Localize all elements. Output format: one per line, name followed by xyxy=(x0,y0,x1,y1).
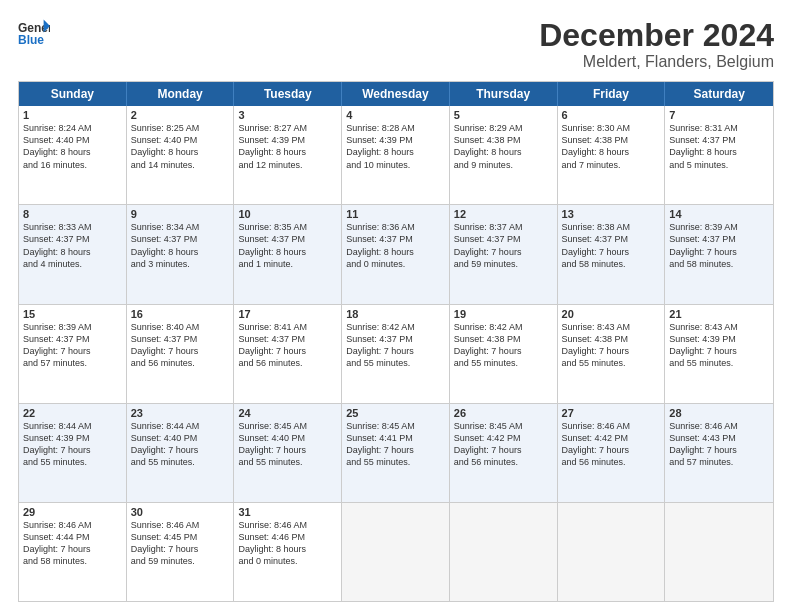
calendar-cell: 1Sunrise: 8:24 AM Sunset: 4:40 PM Daylig… xyxy=(19,106,127,204)
page-subtitle: Meldert, Flanders, Belgium xyxy=(539,53,774,71)
day-info: Sunrise: 8:40 AM Sunset: 4:37 PM Dayligh… xyxy=(131,321,230,370)
calendar-header: SundayMondayTuesdayWednesdayThursdayFrid… xyxy=(19,82,773,106)
day-info: Sunrise: 8:44 AM Sunset: 4:40 PM Dayligh… xyxy=(131,420,230,469)
calendar-cell: 17Sunrise: 8:41 AM Sunset: 4:37 PM Dayli… xyxy=(234,305,342,403)
calendar-cell: 26Sunrise: 8:45 AM Sunset: 4:42 PM Dayli… xyxy=(450,404,558,502)
day-info: Sunrise: 8:39 AM Sunset: 4:37 PM Dayligh… xyxy=(23,321,122,370)
day-info: Sunrise: 8:44 AM Sunset: 4:39 PM Dayligh… xyxy=(23,420,122,469)
calendar-cell: 19Sunrise: 8:42 AM Sunset: 4:38 PM Dayli… xyxy=(450,305,558,403)
calendar-cell: 25Sunrise: 8:45 AM Sunset: 4:41 PM Dayli… xyxy=(342,404,450,502)
calendar-cell: 24Sunrise: 8:45 AM Sunset: 4:40 PM Dayli… xyxy=(234,404,342,502)
calendar-cell xyxy=(558,503,666,601)
page-title: December 2024 xyxy=(539,18,774,53)
calendar-cell: 8Sunrise: 8:33 AM Sunset: 4:37 PM Daylig… xyxy=(19,205,127,303)
calendar-cell: 5Sunrise: 8:29 AM Sunset: 4:38 PM Daylig… xyxy=(450,106,558,204)
day-info: Sunrise: 8:31 AM Sunset: 4:37 PM Dayligh… xyxy=(669,122,769,171)
calendar: SundayMondayTuesdayWednesdayThursdayFrid… xyxy=(18,81,774,602)
day-info: Sunrise: 8:27 AM Sunset: 4:39 PM Dayligh… xyxy=(238,122,337,171)
weekday-header: Wednesday xyxy=(342,82,450,106)
weekday-header: Monday xyxy=(127,82,235,106)
day-number: 21 xyxy=(669,308,769,320)
day-info: Sunrise: 8:43 AM Sunset: 4:38 PM Dayligh… xyxy=(562,321,661,370)
day-number: 5 xyxy=(454,109,553,121)
day-number: 2 xyxy=(131,109,230,121)
day-info: Sunrise: 8:33 AM Sunset: 4:37 PM Dayligh… xyxy=(23,221,122,270)
day-number: 22 xyxy=(23,407,122,419)
day-number: 16 xyxy=(131,308,230,320)
calendar-cell xyxy=(342,503,450,601)
calendar-cell: 9Sunrise: 8:34 AM Sunset: 4:37 PM Daylig… xyxy=(127,205,235,303)
calendar-cell: 16Sunrise: 8:40 AM Sunset: 4:37 PM Dayli… xyxy=(127,305,235,403)
day-info: Sunrise: 8:43 AM Sunset: 4:39 PM Dayligh… xyxy=(669,321,769,370)
calendar-cell: 11Sunrise: 8:36 AM Sunset: 4:37 PM Dayli… xyxy=(342,205,450,303)
day-info: Sunrise: 8:36 AM Sunset: 4:37 PM Dayligh… xyxy=(346,221,445,270)
calendar-cell: 4Sunrise: 8:28 AM Sunset: 4:39 PM Daylig… xyxy=(342,106,450,204)
calendar-cell xyxy=(450,503,558,601)
weekday-header: Saturday xyxy=(665,82,773,106)
day-info: Sunrise: 8:29 AM Sunset: 4:38 PM Dayligh… xyxy=(454,122,553,171)
weekday-header: Tuesday xyxy=(234,82,342,106)
calendar-cell: 12Sunrise: 8:37 AM Sunset: 4:37 PM Dayli… xyxy=(450,205,558,303)
calendar-cell: 20Sunrise: 8:43 AM Sunset: 4:38 PM Dayli… xyxy=(558,305,666,403)
day-info: Sunrise: 8:46 AM Sunset: 4:45 PM Dayligh… xyxy=(131,519,230,568)
day-info: Sunrise: 8:30 AM Sunset: 4:38 PM Dayligh… xyxy=(562,122,661,171)
calendar-cell: 3Sunrise: 8:27 AM Sunset: 4:39 PM Daylig… xyxy=(234,106,342,204)
calendar-cell xyxy=(665,503,773,601)
calendar-row: 15Sunrise: 8:39 AM Sunset: 4:37 PM Dayli… xyxy=(19,305,773,404)
calendar-cell: 29Sunrise: 8:46 AM Sunset: 4:44 PM Dayli… xyxy=(19,503,127,601)
calendar-cell: 14Sunrise: 8:39 AM Sunset: 4:37 PM Dayli… xyxy=(665,205,773,303)
day-info: Sunrise: 8:28 AM Sunset: 4:39 PM Dayligh… xyxy=(346,122,445,171)
calendar-row: 29Sunrise: 8:46 AM Sunset: 4:44 PM Dayli… xyxy=(19,503,773,601)
calendar-row: 1Sunrise: 8:24 AM Sunset: 4:40 PM Daylig… xyxy=(19,106,773,205)
calendar-cell: 30Sunrise: 8:46 AM Sunset: 4:45 PM Dayli… xyxy=(127,503,235,601)
page: General Blue December 2024 Meldert, Flan… xyxy=(0,0,792,612)
weekday-header: Sunday xyxy=(19,82,127,106)
day-info: Sunrise: 8:34 AM Sunset: 4:37 PM Dayligh… xyxy=(131,221,230,270)
day-info: Sunrise: 8:46 AM Sunset: 4:46 PM Dayligh… xyxy=(238,519,337,568)
day-number: 15 xyxy=(23,308,122,320)
day-number: 27 xyxy=(562,407,661,419)
day-number: 4 xyxy=(346,109,445,121)
weekday-header: Friday xyxy=(558,82,666,106)
weekday-header: Thursday xyxy=(450,82,558,106)
day-info: Sunrise: 8:45 AM Sunset: 4:41 PM Dayligh… xyxy=(346,420,445,469)
day-number: 11 xyxy=(346,208,445,220)
day-number: 13 xyxy=(562,208,661,220)
day-number: 29 xyxy=(23,506,122,518)
day-number: 25 xyxy=(346,407,445,419)
svg-text:Blue: Blue xyxy=(18,33,44,47)
day-number: 19 xyxy=(454,308,553,320)
day-number: 14 xyxy=(669,208,769,220)
logo-icon: General Blue xyxy=(18,18,50,50)
day-number: 7 xyxy=(669,109,769,121)
calendar-cell: 10Sunrise: 8:35 AM Sunset: 4:37 PM Dayli… xyxy=(234,205,342,303)
calendar-cell: 21Sunrise: 8:43 AM Sunset: 4:39 PM Dayli… xyxy=(665,305,773,403)
calendar-cell: 27Sunrise: 8:46 AM Sunset: 4:42 PM Dayli… xyxy=(558,404,666,502)
day-number: 23 xyxy=(131,407,230,419)
day-info: Sunrise: 8:45 AM Sunset: 4:42 PM Dayligh… xyxy=(454,420,553,469)
calendar-cell: 22Sunrise: 8:44 AM Sunset: 4:39 PM Dayli… xyxy=(19,404,127,502)
calendar-cell: 18Sunrise: 8:42 AM Sunset: 4:37 PM Dayli… xyxy=(342,305,450,403)
calendar-cell: 31Sunrise: 8:46 AM Sunset: 4:46 PM Dayli… xyxy=(234,503,342,601)
day-info: Sunrise: 8:46 AM Sunset: 4:42 PM Dayligh… xyxy=(562,420,661,469)
day-number: 9 xyxy=(131,208,230,220)
day-info: Sunrise: 8:25 AM Sunset: 4:40 PM Dayligh… xyxy=(131,122,230,171)
day-info: Sunrise: 8:45 AM Sunset: 4:40 PM Dayligh… xyxy=(238,420,337,469)
day-number: 31 xyxy=(238,506,337,518)
day-info: Sunrise: 8:38 AM Sunset: 4:37 PM Dayligh… xyxy=(562,221,661,270)
calendar-cell: 15Sunrise: 8:39 AM Sunset: 4:37 PM Dayli… xyxy=(19,305,127,403)
day-number: 3 xyxy=(238,109,337,121)
calendar-cell: 23Sunrise: 8:44 AM Sunset: 4:40 PM Dayli… xyxy=(127,404,235,502)
day-number: 28 xyxy=(669,407,769,419)
day-number: 20 xyxy=(562,308,661,320)
day-number: 6 xyxy=(562,109,661,121)
title-block: December 2024 Meldert, Flanders, Belgium xyxy=(539,18,774,71)
day-number: 24 xyxy=(238,407,337,419)
day-info: Sunrise: 8:39 AM Sunset: 4:37 PM Dayligh… xyxy=(669,221,769,270)
day-info: Sunrise: 8:46 AM Sunset: 4:43 PM Dayligh… xyxy=(669,420,769,469)
header: General Blue December 2024 Meldert, Flan… xyxy=(18,18,774,71)
day-number: 1 xyxy=(23,109,122,121)
day-number: 10 xyxy=(238,208,337,220)
calendar-row: 8Sunrise: 8:33 AM Sunset: 4:37 PM Daylig… xyxy=(19,205,773,304)
day-info: Sunrise: 8:42 AM Sunset: 4:37 PM Dayligh… xyxy=(346,321,445,370)
